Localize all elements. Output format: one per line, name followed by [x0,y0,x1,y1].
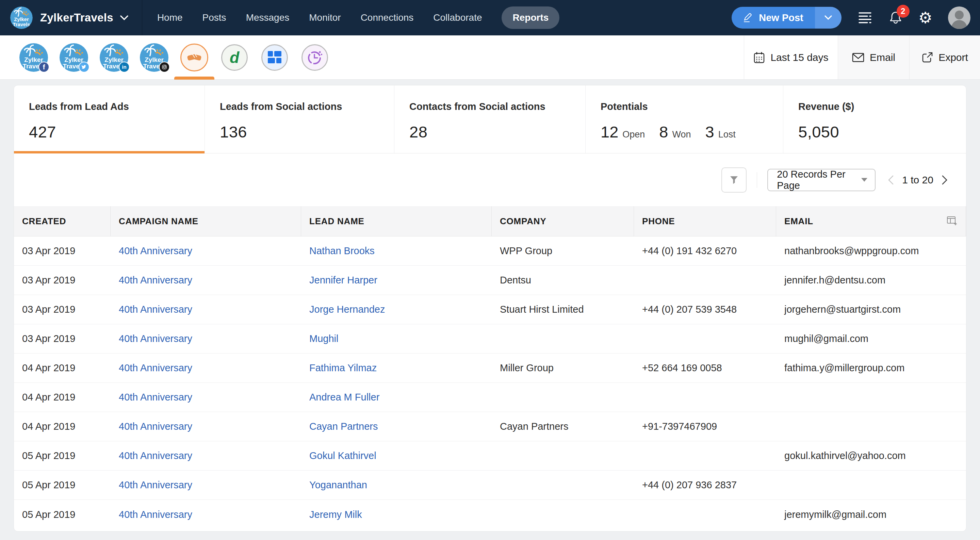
new-post-dropdown-button[interactable] [815,7,842,29]
column-header-campaign-name[interactable]: CAMPAIGN NAME [111,206,301,236]
table-row: 05 Apr 2019 40th Anniversary Gokul Kathi… [14,441,966,471]
table-row: 03 Apr 2019 40th Anniversary Jennifer Ha… [14,266,966,295]
new-post-split-button: New Post [732,7,842,29]
cell-email [776,471,966,500]
tab-instagram-profile[interactable] [134,35,174,79]
campaign-name-link[interactable]: 40th Anniversary [119,362,192,374]
stat-contacts-from-social-actions[interactable]: Contacts from Social actions 28 [394,85,585,153]
cell-phone: +44 (0) 207 539 3548 [634,295,776,324]
campaign-name-link[interactable]: 40th Anniversary [119,479,192,491]
settings-gear-icon[interactable]: ⚙ [918,10,932,25]
tab-linkedin-profile[interactable]: in [94,35,134,79]
lead-name-link[interactable]: Mughil [309,333,338,344]
campaign-name-link[interactable]: 40th Anniversary [119,245,192,256]
desk-icon: d [221,44,248,71]
linkedin-badge-icon: in [119,62,130,72]
tab-facebook-profile[interactable]: f [14,35,54,79]
campaign-name-link[interactable]: 40th Anniversary [119,509,192,520]
grid-squares-icon [261,44,288,71]
records-per-page-select[interactable]: 20 Records Per Page [767,169,875,191]
chevron-down-icon [824,15,832,20]
channel-tabs: f in [0,35,335,79]
notifications-bell-icon[interactable]: 2 [888,10,903,25]
potentials-open-label: Open [622,129,645,140]
cell-email: jeremymilk@gmail.com [776,500,966,529]
email-report-button[interactable]: Email [838,35,909,79]
tab-timer-report[interactable] [295,35,335,79]
campaign-name-link[interactable]: 40th Anniversary [119,333,192,344]
stat-leads-from-social-actions[interactable]: Leads from Social actions 136 [205,85,394,153]
table-row: 04 Apr 2019 40th Anniversary Cayan Partn… [14,412,966,441]
campaign-name-link[interactable]: 40th Anniversary [119,421,192,432]
summary-stats-row: Leads from Lead Ads 427 Leads from Socia… [14,85,966,153]
cell-phone: +52 664 169 0058 [634,354,776,382]
chevron-down-icon [861,178,867,182]
table-row: 05 Apr 2019 40th Anniversary Jeremy Milk… [14,500,966,529]
date-range-button[interactable]: Last 15 days [744,35,838,79]
lead-name-link[interactable]: Yogananthan [309,479,367,491]
stat-leads-from-lead-ads[interactable]: Leads from Lead Ads 427 [14,85,205,153]
cell-created: 05 Apr 2019 [14,471,111,500]
tab-leads-deals-report[interactable] [174,35,215,79]
menu-lines-icon[interactable] [857,11,873,24]
column-header-company[interactable]: COMPANY [492,206,634,236]
column-header-lead-name[interactable]: LEAD NAME [301,206,492,236]
cell-company: Stuart Hirst Limited [492,295,634,324]
lead-name-link[interactable]: Cayan Partners [309,421,378,432]
campaign-name-link[interactable]: 40th Anniversary [119,392,192,403]
customize-columns-icon[interactable] [946,215,957,227]
campaign-name-link[interactable]: 40th Anniversary [119,275,192,286]
cell-created: 04 Apr 2019 [14,354,111,382]
table-header: CREATED CAMPAIGN NAME LEAD NAME COMPANY … [14,206,966,236]
new-post-button[interactable]: New Post [732,7,815,29]
cell-created: 05 Apr 2019 [14,500,111,529]
campaign-name-link[interactable]: 40th Anniversary [119,304,192,315]
cell-phone [634,500,776,529]
export-report-button[interactable]: Export [909,35,980,79]
potentials-lost-label: Lost [718,129,736,140]
report-toolbar: Last 15 days Email Export [744,35,980,79]
stat-potentials[interactable]: Potentials 12 Open 8 Won 3 Lost [585,85,783,153]
user-avatar[interactable] [948,6,970,29]
lead-name-link[interactable]: Andrea M Fuller [309,392,379,403]
cell-phone: +44 (0) 191 432 6270 [634,236,776,265]
cell-company [492,383,634,412]
cell-company [492,324,634,353]
nav-item-connections[interactable]: Connections [361,12,414,23]
pagination: 1 to 20 [887,174,948,186]
next-page-button[interactable] [941,175,948,185]
lead-name-link[interactable]: Jeremy Milk [309,509,362,520]
cell-email [776,412,966,441]
column-header-created[interactable]: CREATED [14,206,111,236]
lead-name-link[interactable]: Nathan Brooks [309,245,375,256]
potentials-won-label: Won [672,129,691,140]
column-header-phone[interactable]: PHONE [634,206,776,236]
stat-revenue[interactable]: Revenue ($) 5,050 [783,85,966,153]
lead-name-link[interactable]: Jennifer Harper [309,275,377,286]
lead-name-link[interactable]: Gokul Kathirvel [309,450,376,461]
nav-item-posts[interactable]: Posts [202,12,226,23]
campaign-name-link[interactable]: 40th Anniversary [119,450,192,461]
brand-account-switcher[interactable]: ZylkerTravels [10,0,142,35]
facebook-badge-icon: f [38,62,49,72]
tab-dashboard-report[interactable] [255,35,295,79]
nav-item-messages[interactable]: Messages [246,12,290,23]
tab-twitter-profile[interactable] [54,35,94,79]
previous-page-button[interactable] [887,175,894,185]
export-icon [921,52,933,63]
cell-created: 03 Apr 2019 [14,324,111,353]
table-row: 05 Apr 2019 40th Anniversary Yogananthan… [14,471,966,500]
column-header-email[interactable]: EMAIL [776,206,966,236]
nav-item-home[interactable]: Home [157,12,183,23]
cell-company: Cayan Partners [492,412,634,441]
lead-name-link[interactable]: Jorge Hernandez [309,304,385,315]
tab-desk-report[interactable]: d [215,35,255,79]
nav-item-monitor[interactable]: Monitor [309,12,340,23]
nav-item-reports[interactable]: Reports [501,6,559,29]
notification-count-badge: 2 [897,5,910,18]
nav-item-collaborate[interactable]: Collaborate [433,12,482,23]
lead-name-link[interactable]: Fathima Yilmaz [309,362,377,374]
pencil-icon [743,13,753,23]
potentials-open-value: 12 [601,123,618,141]
filter-button[interactable] [721,167,746,193]
